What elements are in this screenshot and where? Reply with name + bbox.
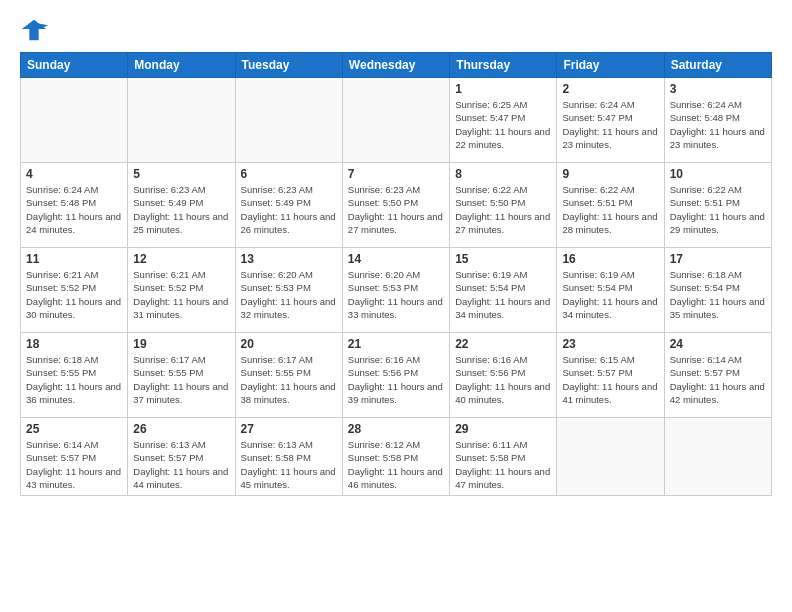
calendar-week-row: 1Sunrise: 6:25 AM Sunset: 5:47 PM Daylig… bbox=[21, 78, 772, 163]
day-number: 6 bbox=[241, 167, 337, 181]
day-info: Sunrise: 6:11 AM Sunset: 5:58 PM Dayligh… bbox=[455, 438, 551, 491]
day-number: 25 bbox=[26, 422, 122, 436]
day-info: Sunrise: 6:19 AM Sunset: 5:54 PM Dayligh… bbox=[562, 268, 658, 321]
day-number: 16 bbox=[562, 252, 658, 266]
calendar-cell: 10Sunrise: 6:22 AM Sunset: 5:51 PM Dayli… bbox=[664, 163, 771, 248]
calendar-week-row: 11Sunrise: 6:21 AM Sunset: 5:52 PM Dayli… bbox=[21, 248, 772, 333]
calendar-cell: 2Sunrise: 6:24 AM Sunset: 5:47 PM Daylig… bbox=[557, 78, 664, 163]
calendar-cell: 18Sunrise: 6:18 AM Sunset: 5:55 PM Dayli… bbox=[21, 333, 128, 418]
day-number: 9 bbox=[562, 167, 658, 181]
logo bbox=[20, 16, 52, 44]
calendar-cell: 16Sunrise: 6:19 AM Sunset: 5:54 PM Dayli… bbox=[557, 248, 664, 333]
calendar-cell: 25Sunrise: 6:14 AM Sunset: 5:57 PM Dayli… bbox=[21, 418, 128, 496]
calendar-header-cell: Friday bbox=[557, 53, 664, 78]
page: SundayMondayTuesdayWednesdayThursdayFrid… bbox=[0, 0, 792, 612]
day-info: Sunrise: 6:21 AM Sunset: 5:52 PM Dayligh… bbox=[26, 268, 122, 321]
day-number: 3 bbox=[670, 82, 766, 96]
day-number: 24 bbox=[670, 337, 766, 351]
calendar-header-cell: Monday bbox=[128, 53, 235, 78]
day-number: 17 bbox=[670, 252, 766, 266]
calendar-cell: 23Sunrise: 6:15 AM Sunset: 5:57 PM Dayli… bbox=[557, 333, 664, 418]
day-info: Sunrise: 6:14 AM Sunset: 5:57 PM Dayligh… bbox=[670, 353, 766, 406]
svg-marker-0 bbox=[22, 20, 46, 41]
day-number: 8 bbox=[455, 167, 551, 181]
day-number: 19 bbox=[133, 337, 229, 351]
day-number: 4 bbox=[26, 167, 122, 181]
day-info: Sunrise: 6:18 AM Sunset: 5:55 PM Dayligh… bbox=[26, 353, 122, 406]
calendar-cell: 29Sunrise: 6:11 AM Sunset: 5:58 PM Dayli… bbox=[450, 418, 557, 496]
day-number: 12 bbox=[133, 252, 229, 266]
calendar-cell bbox=[557, 418, 664, 496]
day-number: 18 bbox=[26, 337, 122, 351]
calendar-body: 1Sunrise: 6:25 AM Sunset: 5:47 PM Daylig… bbox=[21, 78, 772, 496]
calendar-table: SundayMondayTuesdayWednesdayThursdayFrid… bbox=[20, 52, 772, 496]
day-number: 27 bbox=[241, 422, 337, 436]
day-info: Sunrise: 6:15 AM Sunset: 5:57 PM Dayligh… bbox=[562, 353, 658, 406]
day-number: 26 bbox=[133, 422, 229, 436]
calendar-cell bbox=[664, 418, 771, 496]
day-number: 22 bbox=[455, 337, 551, 351]
day-info: Sunrise: 6:24 AM Sunset: 5:48 PM Dayligh… bbox=[26, 183, 122, 236]
day-info: Sunrise: 6:18 AM Sunset: 5:54 PM Dayligh… bbox=[670, 268, 766, 321]
calendar-header-cell: Sunday bbox=[21, 53, 128, 78]
day-info: Sunrise: 6:23 AM Sunset: 5:49 PM Dayligh… bbox=[133, 183, 229, 236]
logo-icon bbox=[20, 16, 48, 44]
calendar-cell: 26Sunrise: 6:13 AM Sunset: 5:57 PM Dayli… bbox=[128, 418, 235, 496]
calendar-cell: 1Sunrise: 6:25 AM Sunset: 5:47 PM Daylig… bbox=[450, 78, 557, 163]
day-info: Sunrise: 6:19 AM Sunset: 5:54 PM Dayligh… bbox=[455, 268, 551, 321]
calendar-header-row: SundayMondayTuesdayWednesdayThursdayFrid… bbox=[21, 53, 772, 78]
day-info: Sunrise: 6:23 AM Sunset: 5:50 PM Dayligh… bbox=[348, 183, 444, 236]
calendar-cell bbox=[128, 78, 235, 163]
day-info: Sunrise: 6:13 AM Sunset: 5:57 PM Dayligh… bbox=[133, 438, 229, 491]
day-number: 21 bbox=[348, 337, 444, 351]
day-number: 23 bbox=[562, 337, 658, 351]
header bbox=[20, 16, 772, 44]
calendar-header-cell: Saturday bbox=[664, 53, 771, 78]
calendar-cell: 21Sunrise: 6:16 AM Sunset: 5:56 PM Dayli… bbox=[342, 333, 449, 418]
day-number: 10 bbox=[670, 167, 766, 181]
day-info: Sunrise: 6:16 AM Sunset: 5:56 PM Dayligh… bbox=[455, 353, 551, 406]
day-info: Sunrise: 6:22 AM Sunset: 5:51 PM Dayligh… bbox=[670, 183, 766, 236]
day-info: Sunrise: 6:21 AM Sunset: 5:52 PM Dayligh… bbox=[133, 268, 229, 321]
day-number: 20 bbox=[241, 337, 337, 351]
calendar-cell bbox=[21, 78, 128, 163]
calendar-header-cell: Tuesday bbox=[235, 53, 342, 78]
calendar-cell: 27Sunrise: 6:13 AM Sunset: 5:58 PM Dayli… bbox=[235, 418, 342, 496]
calendar-cell bbox=[235, 78, 342, 163]
day-info: Sunrise: 6:16 AM Sunset: 5:56 PM Dayligh… bbox=[348, 353, 444, 406]
day-info: Sunrise: 6:23 AM Sunset: 5:49 PM Dayligh… bbox=[241, 183, 337, 236]
day-number: 1 bbox=[455, 82, 551, 96]
day-info: Sunrise: 6:25 AM Sunset: 5:47 PM Dayligh… bbox=[455, 98, 551, 151]
day-number: 15 bbox=[455, 252, 551, 266]
calendar-cell: 9Sunrise: 6:22 AM Sunset: 5:51 PM Daylig… bbox=[557, 163, 664, 248]
day-info: Sunrise: 6:22 AM Sunset: 5:51 PM Dayligh… bbox=[562, 183, 658, 236]
calendar-cell: 19Sunrise: 6:17 AM Sunset: 5:55 PM Dayli… bbox=[128, 333, 235, 418]
calendar-cell: 4Sunrise: 6:24 AM Sunset: 5:48 PM Daylig… bbox=[21, 163, 128, 248]
day-number: 13 bbox=[241, 252, 337, 266]
calendar-header-cell: Wednesday bbox=[342, 53, 449, 78]
day-info: Sunrise: 6:20 AM Sunset: 5:53 PM Dayligh… bbox=[348, 268, 444, 321]
calendar-cell: 13Sunrise: 6:20 AM Sunset: 5:53 PM Dayli… bbox=[235, 248, 342, 333]
calendar-week-row: 25Sunrise: 6:14 AM Sunset: 5:57 PM Dayli… bbox=[21, 418, 772, 496]
calendar-cell: 24Sunrise: 6:14 AM Sunset: 5:57 PM Dayli… bbox=[664, 333, 771, 418]
calendar-cell: 7Sunrise: 6:23 AM Sunset: 5:50 PM Daylig… bbox=[342, 163, 449, 248]
calendar-cell: 12Sunrise: 6:21 AM Sunset: 5:52 PM Dayli… bbox=[128, 248, 235, 333]
day-info: Sunrise: 6:17 AM Sunset: 5:55 PM Dayligh… bbox=[133, 353, 229, 406]
calendar-week-row: 4Sunrise: 6:24 AM Sunset: 5:48 PM Daylig… bbox=[21, 163, 772, 248]
day-number: 5 bbox=[133, 167, 229, 181]
calendar-cell: 28Sunrise: 6:12 AM Sunset: 5:58 PM Dayli… bbox=[342, 418, 449, 496]
day-number: 29 bbox=[455, 422, 551, 436]
day-number: 28 bbox=[348, 422, 444, 436]
calendar-cell: 17Sunrise: 6:18 AM Sunset: 5:54 PM Dayli… bbox=[664, 248, 771, 333]
day-info: Sunrise: 6:17 AM Sunset: 5:55 PM Dayligh… bbox=[241, 353, 337, 406]
day-info: Sunrise: 6:13 AM Sunset: 5:58 PM Dayligh… bbox=[241, 438, 337, 491]
day-info: Sunrise: 6:24 AM Sunset: 5:48 PM Dayligh… bbox=[670, 98, 766, 151]
day-info: Sunrise: 6:24 AM Sunset: 5:47 PM Dayligh… bbox=[562, 98, 658, 151]
day-info: Sunrise: 6:14 AM Sunset: 5:57 PM Dayligh… bbox=[26, 438, 122, 491]
day-number: 14 bbox=[348, 252, 444, 266]
calendar-cell bbox=[342, 78, 449, 163]
calendar-cell: 6Sunrise: 6:23 AM Sunset: 5:49 PM Daylig… bbox=[235, 163, 342, 248]
day-number: 2 bbox=[562, 82, 658, 96]
day-number: 7 bbox=[348, 167, 444, 181]
day-number: 11 bbox=[26, 252, 122, 266]
